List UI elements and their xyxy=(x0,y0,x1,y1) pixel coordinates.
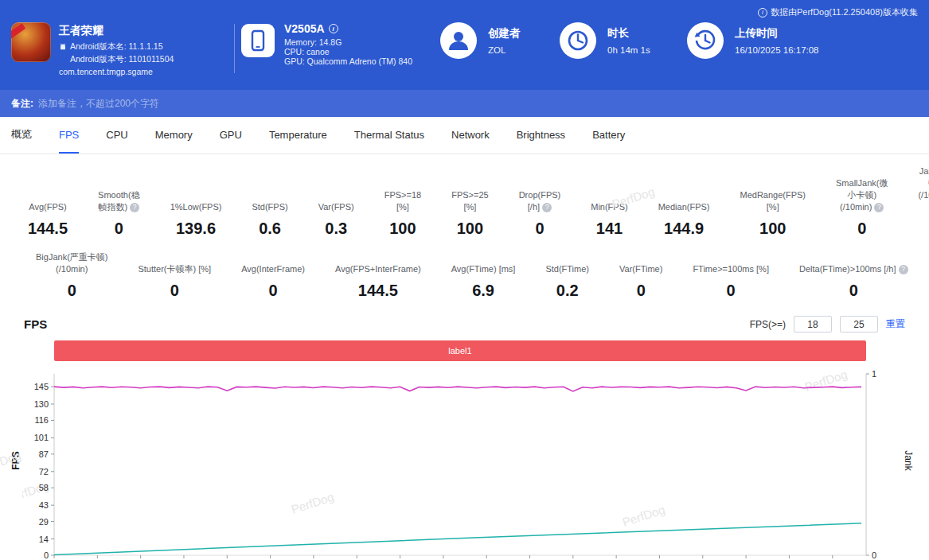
stat-label: Std(FTime) xyxy=(545,251,589,274)
row1-stat-13: Jank(卡顿)(/10min)0 xyxy=(903,165,929,238)
fps-section-header: FPS FPS(>=) 重置 xyxy=(0,313,929,340)
duration-block: 时长 0h 14m 1s xyxy=(560,22,687,59)
stat-label: Min(FPS) xyxy=(591,189,627,212)
svg-text:0: 0 xyxy=(44,550,49,560)
stat-label: Var(FTime) xyxy=(619,251,662,274)
row1-stat-12: SmallJank(微小卡顿)(/10min)0 xyxy=(821,177,903,239)
svg-text:PerfDog: PerfDog xyxy=(621,503,667,529)
row1-stat-11: MedRange(FPS)[%]100 xyxy=(724,189,821,238)
stat-value: 0 xyxy=(693,282,769,300)
stat-label: 1%Low(FPS) xyxy=(170,189,222,212)
fps-section-title: FPS xyxy=(24,317,47,331)
tab-fps[interactable]: FPS xyxy=(59,117,79,154)
stat-value: 0.2 xyxy=(545,282,589,300)
tab-brightness[interactable]: Brightness xyxy=(517,117,565,154)
stat-value: 0.6 xyxy=(252,220,287,238)
stat-value: 0 xyxy=(619,282,662,300)
tab-battery[interactable]: Battery xyxy=(592,117,625,154)
scene-label-banner: label1 xyxy=(54,340,866,361)
stat-value: 0 xyxy=(241,282,305,300)
remark-input[interactable] xyxy=(38,98,918,109)
creator-block: 创建者 ZOL xyxy=(440,22,560,59)
creator-label: 创建者 xyxy=(488,26,521,41)
stat-label: MedRange(FPS)[%] xyxy=(740,189,806,212)
help-icon[interactable] xyxy=(542,203,552,212)
stat-value: 100 xyxy=(740,220,806,238)
stat-label: Delta(FTime)>100ms [/h] xyxy=(799,251,908,274)
row2-stat-5: Avg(FTime) [ms]6.9 xyxy=(436,251,531,300)
stat-value: 144.5 xyxy=(28,220,68,238)
device-memory: Memory: 14.8G xyxy=(284,37,342,47)
svg-text:116: 116 xyxy=(34,416,49,426)
stat-label: Avg(FPS+InterFrame) xyxy=(335,251,421,274)
tab-network[interactable]: Network xyxy=(451,117,490,154)
stat-value: 6.9 xyxy=(451,282,516,300)
stat-label: Jank(卡顿)(/10min) xyxy=(918,165,929,212)
android-version-code: Android版本号: 1101011504 xyxy=(70,53,174,66)
tab-gpu[interactable]: GPU xyxy=(220,117,242,154)
row1-stat-6: FPS>=18 [%]100 xyxy=(369,189,436,238)
row2-stat-3: Avg(InterFrame)0 xyxy=(226,251,320,300)
upload-label: 上传时间 xyxy=(735,26,819,41)
creator-value: ZOL xyxy=(488,45,521,55)
upload-value: 16/10/2025 16:17:08 xyxy=(735,45,819,55)
stat-value: 0 xyxy=(519,220,561,238)
row2-stat-6: Std(FTime)0.2 xyxy=(530,251,604,300)
divider xyxy=(234,24,235,73)
source-note-text: 数据由PerfDog(11.2.250408)版本收集 xyxy=(771,6,918,18)
tab-thermal-status[interactable]: Thermal Status xyxy=(354,117,424,154)
stats-row-2: BigJank(严重卡顿)(/10min)0Stutter(卡顿率) [%]0A… xyxy=(0,251,929,300)
row2-stat-4: Avg(FPS+InterFrame)144.5 xyxy=(320,251,436,300)
clock-icon xyxy=(560,22,596,59)
stat-value: 0 xyxy=(799,282,908,300)
svg-text:43: 43 xyxy=(39,501,49,511)
stat-value: 100 xyxy=(384,220,421,238)
stat-label: FPS>=18 [%] xyxy=(384,189,421,212)
row2-stat-1: BigJank(严重卡顿)(/10min)0 xyxy=(21,251,123,300)
fps-chart[interactable]: PerfDogPerfDogPerfDogPerfDog014294358728… xyxy=(22,369,894,560)
stat-value: 144.9 xyxy=(658,220,710,238)
svg-text:1: 1 xyxy=(872,369,876,379)
tab--[interactable]: 概览 xyxy=(11,117,32,154)
row1-stat-9: Min(FPS)141 xyxy=(576,189,642,238)
fps-threshold-input-2[interactable] xyxy=(840,316,878,332)
help-icon[interactable] xyxy=(874,203,884,212)
svg-text:58: 58 xyxy=(39,484,49,493)
help-icon[interactable] xyxy=(130,203,139,212)
tab-temperature[interactable]: Temperature xyxy=(269,117,327,154)
help-icon[interactable] xyxy=(899,265,908,274)
remark-label: 备注: xyxy=(11,97,33,111)
stat-value: 0 xyxy=(836,220,888,238)
fps-threshold-input-1[interactable] xyxy=(794,316,832,332)
stat-label: Median(FPS) xyxy=(658,189,710,212)
app-name: 王者荣耀 xyxy=(59,22,174,39)
duration-value: 0h 14m 1s xyxy=(607,45,650,55)
app-icon xyxy=(11,22,51,62)
stat-label: Smooth(稳帧指数) xyxy=(98,189,140,212)
row1-stat-1: Avg(FPS)144.5 xyxy=(13,189,83,238)
device-info: V2505A Memory: 14.8G CPU: canoe GPU: Qua… xyxy=(241,22,440,66)
row1-stat-10: Median(FPS)144.9 xyxy=(643,189,725,238)
stat-label: BigJank(严重卡顿)(/10min) xyxy=(36,251,107,274)
stat-value: 141 xyxy=(591,220,627,238)
device-info-icon[interactable] xyxy=(329,24,338,33)
svg-text:145: 145 xyxy=(34,382,49,391)
stat-label: Std(FPS) xyxy=(252,189,287,212)
tab-memory[interactable]: Memory xyxy=(155,117,193,154)
stat-label: Var(FPS) xyxy=(318,189,354,212)
row1-stat-4: Std(FPS)0.6 xyxy=(236,189,303,238)
duration-label: 时长 xyxy=(607,26,650,41)
reset-link[interactable]: 重置 xyxy=(886,317,905,331)
device-gpu: GPU: Qualcomm Adreno (TM) 840 xyxy=(284,56,412,66)
stat-label: Stutter(卡顿率) [%] xyxy=(138,251,211,274)
person-icon xyxy=(440,22,477,59)
header: 数据由PerfDog(11.2.250408)版本收集 王者荣耀 Android… xyxy=(0,0,929,90)
stat-value: 0 xyxy=(918,220,929,238)
fps-threshold-label: FPS(>=) xyxy=(750,319,786,330)
tab-cpu[interactable]: CPU xyxy=(106,117,127,154)
fps-chart-section: FPS PerfDogPerfDogPerfDogPerfDog01429435… xyxy=(0,361,929,560)
device-cpu: CPU: canoe xyxy=(284,47,330,56)
stat-label: FTime>=100ms [%] xyxy=(693,251,769,274)
stat-label: Drop(FPS) [/h] xyxy=(519,189,561,212)
stat-label: SmallJank(微小卡顿)(/10min) xyxy=(836,177,888,213)
